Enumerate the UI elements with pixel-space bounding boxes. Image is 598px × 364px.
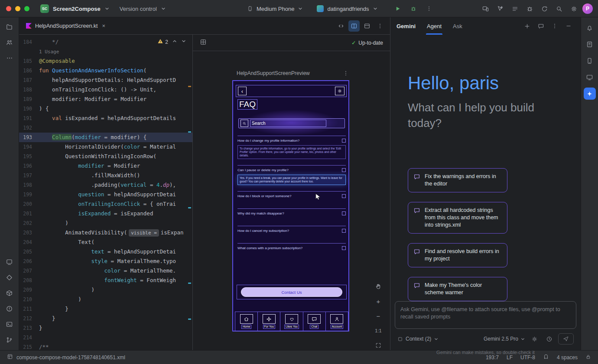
send-button[interactable] xyxy=(558,333,574,344)
code-line[interactable]: 209 ) xyxy=(19,285,192,295)
search-icon[interactable] xyxy=(553,3,565,15)
code-line[interactable]: 204 Text( xyxy=(19,237,192,247)
code-line[interactable]: 188 onTrailingIconClick: () -> Unit, xyxy=(19,85,192,94)
code-line[interactable]: 202 ) xyxy=(19,218,192,228)
code-line[interactable]: 208 fontWeight = FontWeigh xyxy=(19,276,192,285)
code-line[interactable]: 214 xyxy=(19,333,192,342)
context-button[interactable]: Context (2) xyxy=(397,336,439,342)
code-line[interactable]: 201 isExpanded = isExpanded xyxy=(19,209,192,218)
close-tab-icon[interactable]: × xyxy=(102,23,106,29)
pan-icon[interactable] xyxy=(373,281,384,292)
chat-history-icon[interactable] xyxy=(535,20,547,32)
code-line[interactable]: 213} xyxy=(19,323,192,333)
tab-agent[interactable]: Agent xyxy=(427,17,442,35)
inspection-widget[interactable]: 2 xyxy=(157,38,186,46)
expand-icon[interactable] xyxy=(342,246,346,250)
more-tool-windows-icon[interactable] xyxy=(3,52,16,64)
ui-check-icon[interactable] xyxy=(3,256,16,268)
tab-ask[interactable]: Ask xyxy=(453,17,462,35)
code-line[interactable]: 198 .padding(vertical = 4.dp), xyxy=(19,180,192,190)
prompt-history-icon[interactable] xyxy=(543,333,555,344)
code-line[interactable]: 206 style = MaterialTheme.typo xyxy=(19,257,192,266)
suggestion-card[interactable]: Make my Theme's color scheme warmer xyxy=(408,277,507,301)
faq-item[interactable]: Can I pause or delete my profile?Yes. If… xyxy=(237,165,346,191)
code-line[interactable]: 211 } xyxy=(19,304,192,314)
zoom-in-button[interactable]: + xyxy=(373,296,384,307)
chevron-down-icon[interactable] xyxy=(104,6,110,11)
zoom-to-fit-button[interactable] xyxy=(373,340,384,351)
faq-item[interactable]: How do I cancel my subscription? xyxy=(237,226,346,243)
split-view-button[interactable] xyxy=(348,20,360,32)
code-line[interactable]: 203 AnimatedVisibility(visible =isExpan xyxy=(19,228,192,237)
user-avatar[interactable]: P xyxy=(582,3,593,14)
preview-canvas[interactable]: HelpAndSupportScreenPreview ‹ FAQ Search xyxy=(193,51,390,350)
faq-item[interactable]: What comes with a premium subscription? xyxy=(237,243,346,260)
code-line[interactable]: 1 Usage xyxy=(19,47,192,56)
device-selector[interactable]: Medium Phone xyxy=(257,6,294,12)
version-control-icon[interactable] xyxy=(3,334,16,346)
design-view-button[interactable] xyxy=(361,20,373,32)
device-manager-icon[interactable] xyxy=(584,55,596,67)
nav-item-likes-you[interactable]: Likes You xyxy=(280,312,302,331)
code-line[interactable]: 191 val isExpanded = helpAndSupportDetai… xyxy=(19,114,192,123)
zoom-ratio-button[interactable]: 1:1 xyxy=(373,325,384,336)
preview-top-app-bar[interactable] xyxy=(236,85,347,97)
settings-icon[interactable] xyxy=(568,3,580,15)
expand-icon[interactable] xyxy=(342,229,346,233)
code-line[interactable]: 210 ) xyxy=(19,295,192,304)
resource-manager-icon[interactable] xyxy=(3,271,16,283)
expand-icon[interactable] xyxy=(342,194,346,198)
debug-button[interactable] xyxy=(407,3,419,15)
file-tab[interactable]: HelpAndSupportScreen.kt × xyxy=(19,17,110,34)
code-line[interactable]: 186fun QuestionAndAnswerInfoSection( xyxy=(19,66,192,75)
code-line[interactable]: 212 } xyxy=(19,314,192,323)
minimize-window-button[interactable] xyxy=(15,6,20,11)
terminal-icon[interactable] xyxy=(3,318,16,330)
preview-name-label[interactable]: HelpAndSupportScreenPreview xyxy=(237,70,310,76)
code-editor[interactable]: 184 */1 Usage185@Composable186fun Questi… xyxy=(19,35,192,350)
code-line[interactable]: 185@Composable xyxy=(19,56,192,66)
phone-preview-frame[interactable]: ‹ FAQ Search How do I change my profile … xyxy=(232,80,349,332)
nav-item-home[interactable]: Home xyxy=(235,312,257,331)
line-separator[interactable]: LF xyxy=(507,354,513,361)
encoding[interactable]: UTF-8 xyxy=(520,354,535,361)
suggestion-card[interactable]: Extract all hardcoded strings from this … xyxy=(408,202,507,234)
nav-item-for-you[interactable]: For You xyxy=(257,312,280,331)
code-view-button[interactable] xyxy=(335,20,347,32)
minimize-panel-icon[interactable] xyxy=(562,20,575,32)
code-line[interactable]: 197 .fillMaxWidth() xyxy=(19,171,192,180)
todo-list-icon[interactable] xyxy=(509,3,521,15)
next-issue-icon[interactable] xyxy=(181,39,186,45)
contact-us-button[interactable]: Contact Us xyxy=(241,287,342,297)
code-line[interactable]: 190) { xyxy=(19,104,192,114)
suggestion-card[interactable]: Find and resolve build errors in my proj… xyxy=(408,243,507,267)
gemini-prompt-input[interactable]: Ask Gemini, use @filename to attach sour… xyxy=(395,301,576,329)
running-devices-icon[interactable] xyxy=(584,71,596,83)
assistant-icon[interactable] xyxy=(584,38,596,50)
editor-options-kebab[interactable] xyxy=(374,20,386,32)
back-button[interactable]: ‹ xyxy=(238,87,247,95)
caret-position[interactable]: 193:7 xyxy=(486,354,499,361)
plugin-icon[interactable] xyxy=(543,354,549,361)
status-file-label[interactable]: compose-compose-model-1758748140651.xml xyxy=(16,354,125,361)
gemini-icon[interactable] xyxy=(584,88,596,100)
expand-icon[interactable] xyxy=(342,168,346,172)
problems-icon[interactable] xyxy=(3,302,16,315)
faq-item[interactable]: How do I block or report someone? xyxy=(237,191,346,208)
code-line[interactable]: 189 modifier: Modifier = Modifier xyxy=(19,94,192,104)
layout-grid-icon[interactable] xyxy=(200,39,207,47)
chevron-down-icon[interactable] xyxy=(298,6,303,11)
settings-gear-button[interactable] xyxy=(335,87,344,95)
build-icon[interactable] xyxy=(3,287,16,299)
code-line[interactable]: 215/** xyxy=(19,342,192,350)
code-line[interactable]: 192 xyxy=(19,123,192,133)
nav-item-chat[interactable]: Chat xyxy=(303,312,325,331)
notifications-icon[interactable] xyxy=(584,22,596,34)
chevron-down-icon[interactable] xyxy=(161,6,166,11)
ai-actions-icon[interactable] xyxy=(494,3,506,15)
code-line[interactable]: 194 HorizontalDivider(color = Material xyxy=(19,142,192,152)
faq-item[interactable]: Why did my match disappear? xyxy=(237,208,346,226)
device-mirroring-icon[interactable] xyxy=(479,3,491,15)
model-selector[interactable]: Gemini 2.5 Pro xyxy=(484,336,525,342)
code-line[interactable]: 199 question = helpAndSupportDetai xyxy=(19,190,192,199)
